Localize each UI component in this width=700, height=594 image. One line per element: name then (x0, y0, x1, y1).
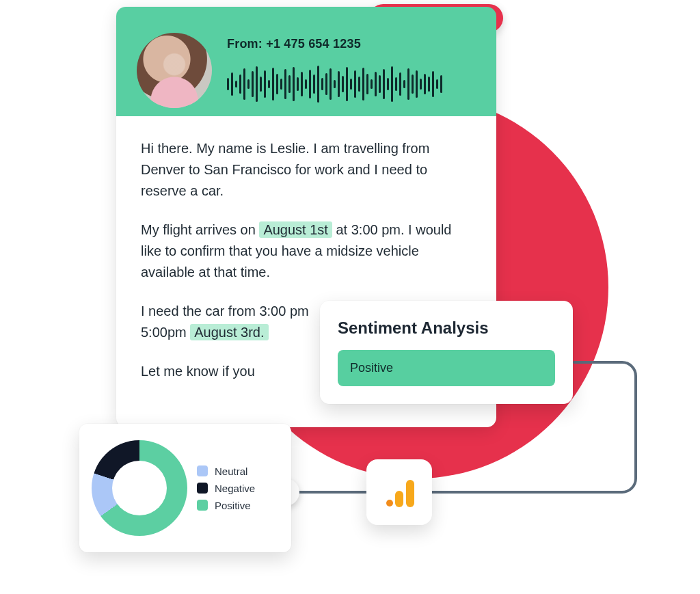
analytics-icon (380, 473, 418, 511)
transcript-text: I need the car from 3:00 pm (141, 303, 309, 319)
highlight-date: August 1st (259, 221, 332, 238)
donut-ring (92, 440, 187, 536)
waveform-icon (227, 64, 476, 105)
legend-label: Negative (215, 483, 255, 494)
sentiment-value: Positive (338, 350, 555, 386)
donut-legend: Neutral Negative Positive (197, 460, 255, 517)
transcript-text: Let me know if you (141, 364, 255, 379)
avatar (137, 33, 212, 108)
transcript-text: 5:00pm (141, 325, 190, 340)
svg-rect-2 (406, 480, 414, 507)
donut-chart (92, 440, 187, 536)
highlight-date: August 3rd. (190, 324, 268, 340)
sentiment-card: Sentiment Analysis Positive (320, 301, 573, 404)
transcript-text: My flight arrives on (141, 222, 259, 237)
svg-point-0 (386, 500, 393, 507)
legend-label: Positive (215, 500, 251, 511)
sentiment-breakdown-card: Neutral Negative Positive (79, 424, 291, 552)
from-block: From: +1 475 654 1235 (227, 37, 476, 105)
from-number: +1 475 654 1235 (266, 37, 361, 51)
transcript-header: From: +1 475 654 1235 (116, 7, 496, 116)
swatch-positive (197, 500, 208, 511)
swatch-neutral (197, 465, 208, 476)
legend-row-negative: Negative (197, 483, 255, 494)
transcript-text: Hi there. My name is Leslie. I am travel… (141, 141, 429, 198)
from-line: From: +1 475 654 1235 (227, 37, 476, 51)
legend-row-neutral: Neutral (197, 465, 255, 477)
svg-rect-1 (395, 491, 403, 507)
legend-label: Neutral (215, 465, 247, 477)
transcript-paragraph: Hi there. My name is Leslie. I am travel… (141, 138, 472, 202)
swatch-negative (197, 483, 208, 494)
transcript-paragraph: My flight arrives on August 1st at 3:00 … (141, 219, 472, 283)
sentiment-title: Sentiment Analysis (338, 319, 555, 338)
analytics-icon-card (366, 459, 432, 525)
from-label: From: (227, 37, 262, 51)
legend-row-positive: Positive (197, 500, 255, 511)
